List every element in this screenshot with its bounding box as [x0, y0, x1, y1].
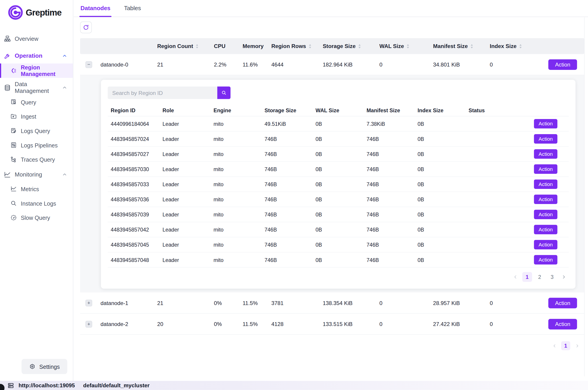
region-search-button[interactable]	[217, 87, 231, 99]
region-action-button[interactable]: Action	[534, 164, 557, 174]
chevron-up-icon[interactable]	[62, 85, 67, 90]
region-action-button[interactable]: Action	[534, 225, 557, 234]
wal-size-value: 0B	[312, 181, 363, 187]
sort-icon[interactable]	[470, 43, 474, 49]
sidebar-item-instance-logs[interactable]: Instance Logs	[0, 198, 73, 208]
region-action-button[interactable]: Action	[534, 134, 557, 144]
storage-size-value: 746B	[261, 151, 312, 157]
sidebar-item-logs-query[interactable]: Logs Query	[0, 125, 73, 136]
doc-search-icon	[10, 98, 17, 105]
sidebar-item-logs-pipelines[interactable]: Logs Pipelines	[0, 140, 73, 150]
memory-value: 11.5%	[240, 300, 268, 306]
region-id-value: 4440996184064	[108, 121, 160, 127]
chevron-right-icon[interactable]	[573, 341, 581, 351]
sidebar-item-slow-query[interactable]: Slow Query	[0, 212, 73, 223]
region-action-button[interactable]: Action	[534, 149, 557, 159]
header-region-rows[interactable]: Region Rows	[268, 43, 320, 49]
region-action-button[interactable]: Action	[534, 195, 557, 204]
expand-row-button[interactable]: +	[86, 321, 92, 327]
sidebar-group-operation[interactable]: Operation	[0, 51, 73, 61]
wal-size-value: 0B	[312, 211, 363, 218]
sidebar-item-overview[interactable]: Overview	[0, 33, 73, 44]
engine-value: mito	[211, 257, 261, 263]
stage: Greptime Overview Operation	[0, 0, 588, 390]
region-table-body: 4440996184064 Leader mito 49.51KiB 0B 7.…	[108, 116, 569, 267]
storage-size-value: 746B	[261, 211, 312, 218]
region-search-input[interactable]	[108, 87, 217, 99]
expanded-region-section: Region ID Role Engine Storage Size WAL S…	[80, 75, 584, 292]
gear-icon	[29, 363, 35, 370]
collapse-row-button[interactable]: −	[86, 61, 92, 68]
region-row: 4483945857024 Leader mito 746B 0B 746B 0…	[108, 131, 569, 146]
memory-value: 11.5%	[240, 321, 268, 327]
storage-size-value: 138.354 KiB	[320, 300, 376, 306]
datanode-action-button[interactable]: Action	[548, 297, 577, 308]
page-button-2[interactable]: 2	[535, 272, 545, 282]
tab-datanodes[interactable]: Datanodes	[81, 0, 110, 17]
manifest-size-value: 7.38KiB	[363, 121, 414, 127]
chevron-left-icon[interactable]	[550, 341, 558, 351]
sidebar-item-ingest[interactable]: Ingest	[0, 111, 73, 122]
manifest-size-value: 28.957 KiB	[430, 300, 487, 306]
region-count-value: 20	[154, 321, 211, 327]
sort-icon[interactable]	[195, 43, 199, 49]
sort-icon[interactable]	[308, 43, 312, 49]
server-url[interactable]: http://localhost:19095	[18, 382, 75, 389]
sidebar-group-monitoring[interactable]: Monitoring	[0, 169, 73, 180]
refresh-button[interactable]	[80, 22, 92, 33]
region-action-button[interactable]: Action	[534, 210, 557, 219]
manifest-size-value: 746B	[363, 227, 414, 233]
sidebar-item-label: Overview	[15, 35, 38, 42]
sidebar-group-data-management[interactable]: Data Management	[0, 82, 73, 93]
wal-size-value: 0B	[312, 136, 363, 142]
cluster-name[interactable]: default/default_mycluster	[83, 382, 149, 389]
line-chart-icon	[10, 186, 17, 192]
header-wal-size[interactable]: WAL Size	[376, 43, 430, 49]
scrollbar-track[interactable]	[584, 17, 585, 376]
region-action-button[interactable]: Action	[534, 119, 557, 129]
sidebar-item-region-management[interactable]: Region Management	[0, 64, 73, 78]
page-button-1[interactable]: 1	[561, 341, 570, 350]
index-size-value: 0B	[415, 227, 466, 233]
chevron-up-icon[interactable]	[62, 172, 67, 177]
expand-row-button[interactable]: +	[86, 299, 92, 306]
datanode-action-button[interactable]: Action	[548, 59, 577, 70]
header-manifest-size[interactable]: Manifest Size	[430, 43, 487, 49]
role-value: Leader	[159, 136, 210, 142]
sort-icon[interactable]	[358, 43, 362, 49]
main-area: Datanodes Tables Region Count CPU Memory	[74, 0, 588, 384]
header-storage-size[interactable]: Storage Size	[320, 43, 376, 49]
chevron-left-icon[interactable]	[511, 272, 520, 282]
engine-value: mito	[211, 196, 261, 202]
manifest-size-value: 746B	[363, 257, 414, 263]
header-index-size[interactable]: Index Size	[487, 43, 528, 49]
sidebar-item-metrics[interactable]: Metrics	[0, 184, 73, 194]
index-size-value: 0B	[415, 181, 466, 187]
sidebar-item-query[interactable]: Query	[0, 97, 73, 107]
index-size-value: 0	[487, 300, 528, 306]
sort-icon[interactable]	[406, 43, 410, 49]
region-action-button[interactable]: Action	[534, 179, 557, 189]
header-role: Role	[159, 107, 210, 113]
region-id-value: 4483945857045	[108, 242, 160, 248]
storage-size-value: 746B	[261, 196, 312, 202]
page-button-1[interactable]: 1	[522, 272, 532, 282]
header-region-count[interactable]: Region Count	[154, 43, 211, 49]
sort-icon[interactable]	[518, 43, 522, 49]
settings-button[interactable]: Settings	[22, 359, 67, 374]
storage-size-value: 746B	[261, 227, 312, 233]
region-action-button[interactable]: Action	[534, 255, 557, 264]
page-button-3[interactable]: 3	[547, 272, 557, 282]
chevron-up-icon[interactable]	[62, 53, 67, 58]
tab-tables[interactable]: Tables	[124, 0, 141, 17]
region-id-value: 4483945857042	[108, 227, 160, 233]
region-action-button[interactable]: Action	[534, 240, 557, 249]
region-id-value: 4483945857030	[108, 166, 160, 172]
region-row: 4483945857036 Leader mito 746B 0B 746B 0…	[108, 192, 569, 207]
wrench-icon	[4, 52, 11, 59]
role-value: Leader	[159, 151, 210, 157]
sidebar-item-traces-query[interactable]: Traces Query	[0, 154, 73, 165]
datanode-action-button[interactable]: Action	[548, 319, 577, 329]
chevron-right-icon[interactable]	[560, 272, 568, 282]
sidebar-item-label: Logs Pipelines	[21, 142, 58, 148]
